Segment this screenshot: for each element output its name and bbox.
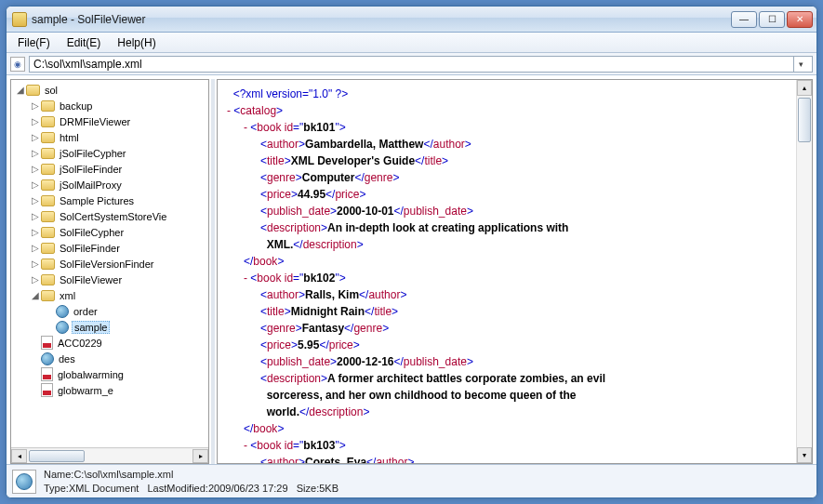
- pdf-icon: [41, 367, 53, 381]
- tree-root[interactable]: ◢sol: [11, 82, 208, 98]
- tree-item-label: jSolFileFinder: [58, 164, 124, 175]
- scroll-up-icon[interactable]: ▴: [797, 80, 812, 96]
- tree-item-label: SolFileFinder: [58, 243, 122, 254]
- earth-icon: [56, 321, 69, 334]
- tree-file[interactable]: order: [11, 303, 208, 319]
- status-name-label: Name:: [44, 469, 73, 480]
- xml-line: XML.</description>: [227, 236, 792, 253]
- maximize-button[interactable]: ☐: [759, 11, 785, 28]
- minimize-button[interactable]: —: [731, 11, 757, 28]
- folder-icon: [26, 85, 40, 96]
- tree-folder[interactable]: ▷jSolFileFinder: [11, 161, 208, 177]
- tree-item-label: sample: [72, 321, 110, 334]
- xml-line: <?xml version="1.0" ?>: [227, 86, 792, 102]
- address-field[interactable]: C:\sol\xml\sample.xml ▾: [29, 56, 813, 73]
- status-name-value: C:\sol\xml\sample.xml: [73, 469, 173, 480]
- xml-line: <author>Ralls, Kim</author>: [227, 286, 792, 303]
- expand-icon[interactable]: ◢: [15, 85, 26, 95]
- close-button[interactable]: ✕: [787, 11, 813, 28]
- xml-line: </book>: [227, 253, 792, 270]
- xml-line: <publish_date>2000-12-16</publish_date>: [227, 353, 792, 370]
- titlebar[interactable]: sample - SolFileViewer — ☐ ✕: [7, 7, 816, 33]
- tree-item-label: ACC0229: [56, 338, 104, 349]
- expand-icon[interactable]: ▷: [30, 179, 41, 190]
- expand-icon[interactable]: ▷: [30, 132, 41, 142]
- tree-horizontal-scrollbar[interactable]: ◂ ▸: [11, 447, 208, 463]
- tree-folder[interactable]: ▷SolFileViewer: [11, 272, 208, 287]
- status-details-row: Type:XML Document LastModified:2009/06/2…: [44, 482, 338, 496]
- menu-file[interactable]: File(F): [10, 34, 58, 51]
- content-vertical-scrollbar[interactable]: ▴ ▾: [796, 80, 812, 463]
- expand-icon[interactable]: ▷: [30, 164, 41, 174]
- expand-icon[interactable]: ▷: [30, 274, 41, 285]
- tree-item-label: Sample Pictures: [58, 195, 136, 206]
- address-bar: ◉ C:\sol\xml\sample.xml ▾: [7, 53, 816, 75]
- folder-icon: [41, 290, 55, 301]
- expand-icon[interactable]: ▷: [30, 116, 41, 126]
- xml-viewer[interactable]: <?xml version="1.0" ?>- <catalog>- <book…: [218, 80, 796, 463]
- splitter[interactable]: [211, 79, 215, 464]
- tree-folder-xml[interactable]: ◢xml: [11, 287, 208, 303]
- folder-icon: [41, 148, 55, 159]
- status-modified-value: 2009/06/23 17:29: [208, 483, 288, 494]
- pdf-icon: [41, 336, 53, 350]
- expand-icon[interactable]: ▷: [30, 211, 41, 221]
- folder-tree[interactable]: ◢sol▷backup▷DRMFileViewer▷html▷jSolFileC…: [11, 80, 208, 447]
- tree-file[interactable]: des: [11, 351, 208, 366]
- xml-line: <title>Midnight Rain</title>: [227, 303, 792, 320]
- tree-item-label: order: [72, 306, 100, 317]
- tree-folder[interactable]: ▷DRMFileViewer: [11, 113, 208, 129]
- folder-icon: [41, 164, 55, 175]
- xml-line: <description>A former architect battles …: [227, 370, 792, 387]
- scroll-thumb[interactable]: [29, 450, 85, 462]
- tree-folder[interactable]: ▷jSolMailProxy: [11, 177, 208, 192]
- tree-folder[interactable]: ▷jSolFileCypher: [11, 145, 208, 161]
- address-dropdown-icon[interactable]: ▾: [793, 56, 808, 73]
- xml-line: <description>An in-depth look at creatin…: [227, 219, 792, 236]
- app-window: sample - SolFileViewer — ☐ ✕ File(F) Edi…: [6, 6, 817, 498]
- scroll-right-icon[interactable]: ▸: [192, 449, 208, 463]
- folder-icon: [41, 227, 55, 238]
- tree-folder[interactable]: ▷html: [11, 129, 208, 145]
- status-name-row: Name:C:\sol\xml\sample.xml: [44, 468, 338, 482]
- xml-line: <publish_date>2000-10-01</publish_date>: [227, 203, 792, 219]
- expand-icon[interactable]: ▷: [30, 100, 41, 111]
- tree-folder[interactable]: ▷SolFileCypher: [11, 224, 208, 240]
- folder-icon: [41, 259, 55, 270]
- folder-icon: [41, 243, 55, 254]
- menu-edit[interactable]: Edit(E): [60, 34, 109, 51]
- expand-icon[interactable]: ▷: [30, 227, 41, 237]
- tree-item-label: SolFileCypher: [58, 227, 126, 238]
- tree-item-label: sol: [43, 85, 60, 96]
- tree-item-label: SolFileViewer: [58, 274, 124, 285]
- scroll-left-icon[interactable]: ◂: [11, 449, 27, 463]
- tree-file[interactable]: globwarm_e: [11, 382, 208, 398]
- scroll-thumb[interactable]: [798, 98, 811, 142]
- expand-icon[interactable]: ◢: [30, 290, 41, 300]
- expand-icon[interactable]: ▷: [30, 148, 41, 158]
- xml-line: - <catalog>: [227, 102, 792, 119]
- expand-icon[interactable]: ▷: [30, 195, 41, 206]
- scroll-track[interactable]: [797, 96, 812, 447]
- tree-item-label: globwarm_e: [56, 385, 115, 396]
- tree-folder[interactable]: ▷SolCertSystemStoreVie: [11, 208, 208, 224]
- xml-line: world.</description>: [227, 404, 792, 420]
- scroll-track[interactable]: [27, 449, 192, 463]
- expand-icon[interactable]: ▷: [30, 259, 41, 269]
- tree-item-label: html: [58, 132, 81, 143]
- tree-folder[interactable]: ▷backup: [11, 98, 208, 113]
- content-panel: <?xml version="1.0" ?>- <catalog>- <book…: [217, 79, 813, 464]
- folder-icon: [41, 116, 55, 127]
- tree-folder[interactable]: ▷Sample Pictures: [11, 192, 208, 208]
- tree-file[interactable]: globalwarming: [11, 366, 208, 382]
- menu-help[interactable]: Help(H): [110, 34, 163, 51]
- scroll-down-icon[interactable]: ▾: [797, 447, 812, 463]
- tree-file[interactable]: ACC0229: [11, 335, 208, 351]
- tree-folder[interactable]: ▷SolFileVersionFinder: [11, 256, 208, 272]
- menubar: File(F) Edit(E) Help(H): [7, 33, 816, 53]
- xml-line: <author>Corets Eva</author>: [227, 454, 792, 463]
- tree-file[interactable]: sample: [11, 319, 208, 335]
- tree-item-label: DRMFileViewer: [58, 116, 132, 127]
- tree-folder[interactable]: ▷SolFileFinder: [11, 240, 208, 256]
- expand-icon[interactable]: ▷: [30, 243, 41, 253]
